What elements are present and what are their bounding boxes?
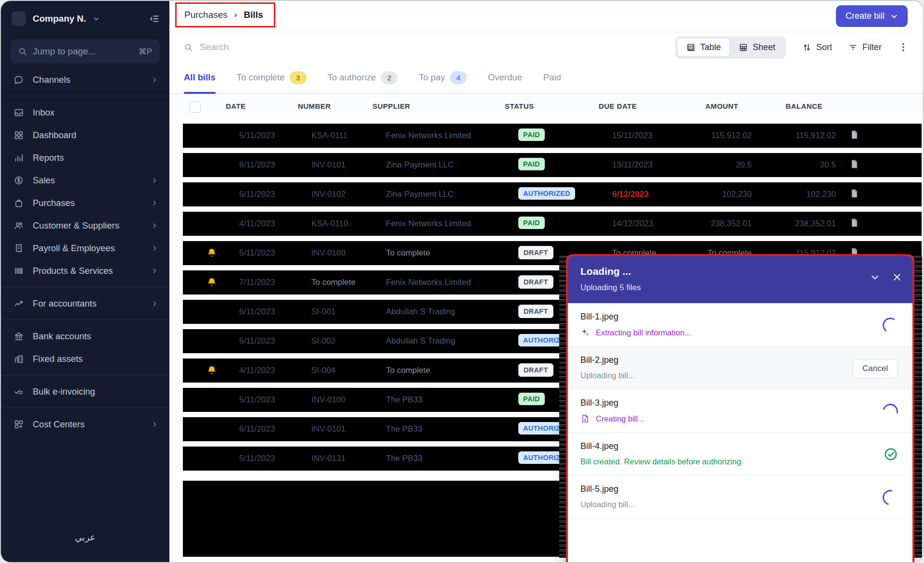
- column-header-number[interactable]: NUMBER: [298, 94, 331, 119]
- status-chip-authorized: AUTHORIZED: [518, 187, 575, 200]
- page-header: Purchases › Bills Create bill: [169, 1, 923, 32]
- bill-date: 5/11/2023: [239, 241, 275, 265]
- sidebar-item-purchases[interactable]: Purchases: [1, 192, 169, 214]
- attachment-icon: [849, 129, 860, 142]
- bill-number: To complete: [311, 270, 356, 294]
- sidebar-item-channels[interactable]: Channels: [1, 68, 169, 91]
- table-row[interactable]: 4/11/2023KSA-0110Fenix Networks LimitedP…: [183, 212, 922, 236]
- table-row[interactable]: 6/11/2023INV-0102Zina Payment LLCAUTHORI…: [183, 182, 922, 206]
- sidebar-item-fixed-assets[interactable]: Fixed assets: [1, 347, 169, 370]
- tab-label: Overdue: [488, 72, 522, 83]
- sort-button[interactable]: Sort: [802, 42, 832, 52]
- column-header-status[interactable]: STATUS: [505, 94, 534, 119]
- status-badge: DRAFT: [518, 363, 553, 377]
- table-row[interactable]: 5/11/2023KSA-0111Fenix Networks LimitedP…: [183, 124, 922, 148]
- more-options-icon[interactable]: [898, 42, 909, 52]
- view-table-button[interactable]: Table: [677, 38, 730, 57]
- tab-all-bills[interactable]: All bills: [184, 62, 216, 93]
- status-chip-draft: DRAFT: [518, 363, 553, 377]
- tab-label: To complete: [237, 72, 285, 83]
- tab-overdue[interactable]: Overdue: [488, 62, 522, 93]
- minimize-chevron-icon[interactable]: [870, 272, 880, 282]
- column-header-amount[interactable]: AMOUNT: [664, 94, 738, 119]
- status-chip-paid: PAID: [518, 393, 545, 405]
- table-row[interactable]: 8/11/2023INV-0101Zina Payment LLCPAID13/…: [183, 153, 922, 177]
- status-badge: DRAFT: [518, 275, 553, 289]
- bill-amount: 102,230: [677, 182, 752, 206]
- sidebar-item-payroll-employees[interactable]: Payroll & Employees: [1, 237, 169, 259]
- tab-to-authorize[interactable]: To authorize2: [328, 62, 398, 93]
- sidebar-item-sales[interactable]: Sales: [1, 169, 169, 192]
- company-switcher[interactable]: Company N.: [1, 1, 169, 29]
- jump-to-page-input[interactable]: Jump to page... ⌘P: [11, 39, 160, 64]
- bill-amount: 20.5: [677, 153, 752, 177]
- chevron-right-icon: [151, 421, 158, 428]
- table-view-icon: [686, 43, 695, 52]
- chevron-down-icon: [890, 13, 898, 20]
- status-badge: PAID: [518, 393, 545, 405]
- close-icon[interactable]: [892, 272, 902, 282]
- create-bill-button[interactable]: Create bill: [836, 5, 908, 27]
- filter-button[interactable]: Filter: [848, 42, 882, 52]
- column-header-due-date[interactable]: DUE DATE: [599, 94, 637, 119]
- bill-date: 6/11/2023: [239, 300, 275, 324]
- customers-icon: [13, 220, 24, 231]
- sidebar-item-label: Inbox: [33, 107, 54, 118]
- sidebar-item-label: Bulk e-invoicing: [33, 386, 95, 397]
- status-badge: PAID: [518, 158, 545, 170]
- view-sheet-button[interactable]: Sheet: [730, 38, 784, 56]
- column-header-balance[interactable]: BALANCE: [748, 94, 822, 119]
- chevron-right-icon: [151, 177, 158, 184]
- column-header-supplier[interactable]: SUPPLIER: [372, 94, 411, 119]
- sidebar-divider: [1, 96, 169, 96]
- tab-badge: 3: [290, 71, 307, 84]
- sidebar-item-dashboard[interactable]: Dashboard: [1, 124, 169, 146]
- select-all-checkbox[interactable]: [190, 102, 201, 113]
- bill-supplier: Zina Payment LLC: [386, 153, 454, 177]
- view-sheet-label: Sheet: [753, 42, 775, 52]
- cancel-upload-button[interactable]: Cancel: [852, 359, 898, 378]
- tab-label: To authorize: [328, 72, 376, 83]
- bill-supplier: Fenix Networks Limited: [386, 270, 471, 294]
- bank-icon: [13, 331, 24, 342]
- upload-file-row: Bill-2.jpegUploading bill...Cancel: [568, 346, 912, 389]
- bill-due-date: 14/12/2023: [612, 212, 653, 236]
- sidebar-item-products-services[interactable]: Products & Services: [1, 259, 169, 282]
- status-chip-draft: DRAFT: [518, 246, 553, 259]
- sparkle-icon: [580, 328, 590, 337]
- bill-balance: 238,352.01: [761, 212, 836, 236]
- sidebar-item-label: Purchases: [33, 198, 75, 208]
- upload-file-status-text: Uploading bill...: [580, 371, 635, 380]
- jump-to-page-placeholder: Jump to page...: [33, 46, 133, 57]
- language-link[interactable]: عربي: [1, 532, 169, 543]
- breadcrumb-parent[interactable]: Purchases: [184, 10, 228, 20]
- sidebar-item-bulk-e-invoicing[interactable]: Bulk e-invoicing: [1, 380, 169, 403]
- chevron-right-icon: [151, 77, 158, 83]
- sidebar-item-for-accountants[interactable]: For accountants: [1, 292, 169, 315]
- upload-file-indicator: [883, 404, 898, 419]
- bill-supplier: The PB33: [386, 447, 423, 471]
- sidebar-item-reports[interactable]: Reports: [1, 146, 169, 169]
- column-header-date[interactable]: DATE: [226, 94, 246, 119]
- upload-progress-panel: Loading ... Uploading 5 files Bill-1.jpe…: [566, 254, 914, 563]
- purchases-icon: [13, 198, 24, 208]
- tab-paid[interactable]: Paid: [543, 62, 561, 93]
- upload-file-name: Bill-5.jpeg: [580, 484, 900, 494]
- tab-to-complete[interactable]: To complete3: [237, 62, 307, 93]
- sidebar-item-bank-accounts[interactable]: Bank accounts: [1, 325, 169, 347]
- tab-badge: 2: [381, 71, 398, 84]
- search-input[interactable]: Search: [184, 42, 229, 52]
- sidebar-item-customer-suppliers[interactable]: Customer & Suppliers: [1, 214, 169, 237]
- sidebar-item-inbox[interactable]: Inbox: [1, 101, 169, 124]
- view-table-label: Table: [700, 42, 721, 52]
- app-window: Company N. Jump to page... ⌘P ChannelsIn…: [0, 0, 924, 563]
- annotation-box-breadcrumb: Purchases › Bills: [175, 2, 275, 27]
- bill-amount: 115,912.02: [677, 124, 752, 148]
- status-chip-paid: PAID: [518, 158, 545, 170]
- tab-to-pay[interactable]: To pay4: [419, 62, 467, 93]
- collapse-sidebar-icon[interactable]: [149, 13, 160, 24]
- success-check-icon: [884, 447, 898, 461]
- sidebar-item-cost-centers[interactable]: Cost Centers: [1, 413, 169, 435]
- filter-label: Filter: [862, 42, 882, 52]
- chevron-down-icon: [93, 15, 100, 22]
